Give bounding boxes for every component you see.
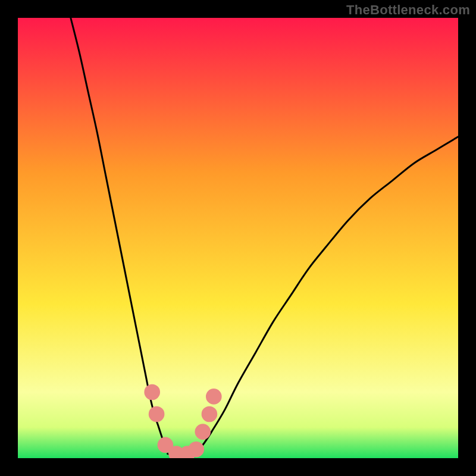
data-marker bbox=[206, 389, 222, 405]
data-marker bbox=[195, 424, 211, 440]
data-marker bbox=[202, 406, 218, 422]
chart-container: TheBottleneck.com bbox=[0, 0, 476, 476]
data-marker bbox=[188, 441, 204, 458]
gradient-background bbox=[18, 18, 458, 458]
watermark-label: TheBottleneck.com bbox=[346, 2, 470, 18]
data-marker bbox=[149, 406, 165, 422]
chart-svg bbox=[18, 18, 458, 458]
plot-area bbox=[18, 18, 458, 458]
data-marker bbox=[144, 384, 160, 400]
